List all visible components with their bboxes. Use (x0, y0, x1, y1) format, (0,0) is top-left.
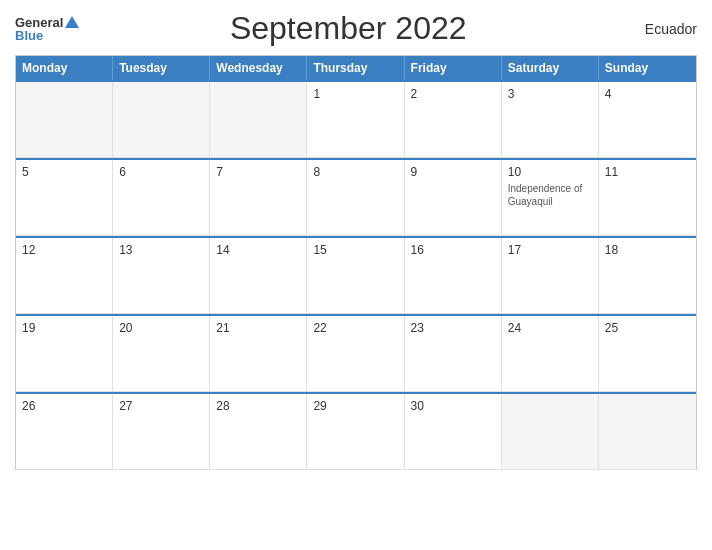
day-cell: 8 (307, 160, 404, 235)
calendar-wrapper: General Blue September 2022 Ecuador Mond… (0, 0, 712, 550)
month-title: September 2022 (79, 10, 617, 47)
week-row-2: 5678910Independence of Guayaquil11 (16, 158, 696, 236)
logo: General Blue (15, 16, 79, 42)
day-cell: 14 (210, 238, 307, 313)
day-number: 4 (605, 87, 690, 101)
day-cell: 10Independence of Guayaquil (502, 160, 599, 235)
day-cell: 26 (16, 394, 113, 469)
day-number: 10 (508, 165, 592, 179)
day-cell: 23 (405, 316, 502, 391)
day-cell (210, 82, 307, 157)
day-cell: 27 (113, 394, 210, 469)
day-cell: 6 (113, 160, 210, 235)
day-number: 16 (411, 243, 495, 257)
day-number: 12 (22, 243, 106, 257)
day-number: 23 (411, 321, 495, 335)
day-cell: 21 (210, 316, 307, 391)
day-number: 18 (605, 243, 690, 257)
day-cell: 20 (113, 316, 210, 391)
day-cell: 15 (307, 238, 404, 313)
day-header-wednesday: Wednesday (210, 56, 307, 80)
day-cell (16, 82, 113, 157)
week-row-4: 19202122232425 (16, 314, 696, 392)
day-cell (113, 82, 210, 157)
week-row-3: 12131415161718 (16, 236, 696, 314)
day-number: 24 (508, 321, 592, 335)
day-number: 1 (313, 87, 397, 101)
day-number: 8 (313, 165, 397, 179)
day-number: 21 (216, 321, 300, 335)
day-number: 9 (411, 165, 495, 179)
day-cell: 29 (307, 394, 404, 469)
day-cell: 7 (210, 160, 307, 235)
day-cell: 5 (16, 160, 113, 235)
logo-blue-text: Blue (15, 29, 43, 42)
country-label: Ecuador (617, 21, 697, 37)
day-cell: 11 (599, 160, 696, 235)
day-cell: 19 (16, 316, 113, 391)
day-number: 22 (313, 321, 397, 335)
day-cell: 3 (502, 82, 599, 157)
day-number: 25 (605, 321, 690, 335)
day-number: 20 (119, 321, 203, 335)
day-cell: 13 (113, 238, 210, 313)
day-cell: 24 (502, 316, 599, 391)
weeks-container: 12345678910Independence of Guayaquil1112… (16, 80, 696, 470)
day-cell: 25 (599, 316, 696, 391)
day-number: 30 (411, 399, 495, 413)
calendar-grid: MondayTuesdayWednesdayThursdayFridaySatu… (15, 55, 697, 470)
day-number: 2 (411, 87, 495, 101)
event-label: Independence of Guayaquil (508, 182, 592, 208)
day-header-thursday: Thursday (307, 56, 404, 80)
day-cell: 18 (599, 238, 696, 313)
day-cell: 30 (405, 394, 502, 469)
days-header: MondayTuesdayWednesdayThursdayFridaySatu… (16, 56, 696, 80)
day-header-monday: Monday (16, 56, 113, 80)
day-number: 14 (216, 243, 300, 257)
day-cell (599, 394, 696, 469)
week-row-1: 1234 (16, 80, 696, 158)
calendar-header: General Blue September 2022 Ecuador (15, 10, 697, 47)
week-row-5: 2627282930 (16, 392, 696, 470)
day-number: 6 (119, 165, 203, 179)
day-cell: 28 (210, 394, 307, 469)
day-cell: 1 (307, 82, 404, 157)
day-number: 19 (22, 321, 106, 335)
logo-general-text: General (15, 16, 63, 29)
day-number: 11 (605, 165, 690, 179)
day-number: 13 (119, 243, 203, 257)
day-header-tuesday: Tuesday (113, 56, 210, 80)
day-number: 7 (216, 165, 300, 179)
day-cell: 16 (405, 238, 502, 313)
day-cell: 12 (16, 238, 113, 313)
day-cell (502, 394, 599, 469)
logo-triangle-icon (65, 16, 79, 28)
day-cell: 2 (405, 82, 502, 157)
day-number: 27 (119, 399, 203, 413)
day-cell: 17 (502, 238, 599, 313)
day-number: 17 (508, 243, 592, 257)
day-number: 29 (313, 399, 397, 413)
day-cell: 9 (405, 160, 502, 235)
day-number: 15 (313, 243, 397, 257)
day-number: 26 (22, 399, 106, 413)
day-number: 28 (216, 399, 300, 413)
day-number: 3 (508, 87, 592, 101)
day-cell: 22 (307, 316, 404, 391)
day-header-saturday: Saturday (502, 56, 599, 80)
day-number: 5 (22, 165, 106, 179)
day-header-sunday: Sunday (599, 56, 696, 80)
day-cell: 4 (599, 82, 696, 157)
day-header-friday: Friday (405, 56, 502, 80)
